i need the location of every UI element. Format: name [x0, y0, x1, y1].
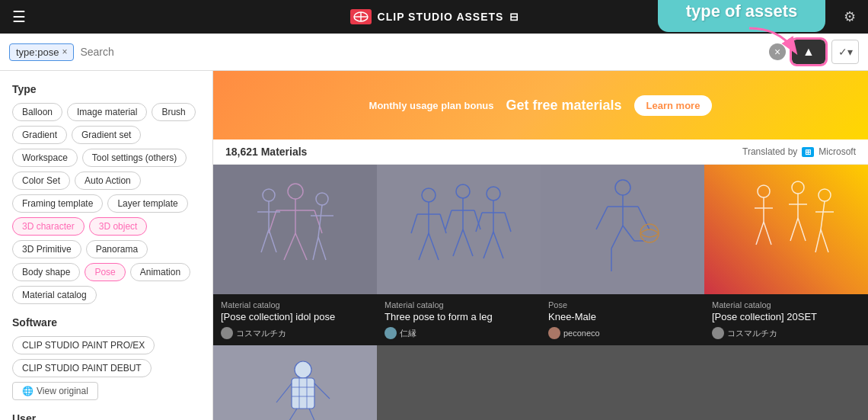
author-avatar [221, 327, 233, 339]
svg-point-10 [263, 189, 275, 201]
search-input[interactable] [80, 46, 763, 58]
material-card[interactable]: Pose Knee-Male peconeco [541, 165, 704, 345]
svg-line-76 [276, 383, 292, 402]
svg-line-6 [284, 233, 295, 260]
svg-line-38 [493, 232, 503, 258]
author-avatar [385, 327, 397, 339]
author-name: コスマルチカ [236, 328, 286, 339]
sidebar-filters: Type Balloon Image material Brush Gradie… [0, 71, 213, 420]
svg-point-3 [288, 184, 303, 199]
filter-3d-primitive[interactable]: 3D Primitive [12, 240, 81, 258]
check-dropdown-icon: ✓▾ [838, 46, 853, 58]
filter-auto-action[interactable]: Auto Action [75, 172, 141, 190]
svg-line-40 [505, 213, 511, 232]
svg-line-74 [309, 409, 318, 420]
material-card[interactable]: Material catalog Three pose to form a le… [377, 165, 541, 345]
author-avatar [712, 327, 724, 339]
software-filter-title: Software [12, 316, 200, 329]
logo-icon [350, 9, 372, 24]
svg-line-48 [596, 207, 608, 229]
material-card[interactable]: Material catalog [Pose collection] idol … [213, 165, 377, 345]
svg-line-72 [284, 409, 297, 420]
svg-line-31 [463, 229, 473, 256]
svg-line-23 [419, 233, 429, 260]
tag-close-icon[interactable]: × [62, 46, 67, 57]
bookmark-icon[interactable]: ⊟ [509, 11, 519, 23]
filter-3d-object[interactable]: 3D object [89, 217, 148, 236]
material-card[interactable]: Pose Girl Sitting 佳輪 Close [213, 345, 377, 420]
type-pose-tag[interactable]: type:pose × [9, 43, 74, 61]
svg-line-18 [313, 237, 318, 260]
svg-line-8 [269, 210, 276, 233]
author-name: コスマルチカ [727, 328, 777, 339]
filter-balloon[interactable]: Balloon [12, 103, 62, 121]
card-author: 仁縁 [385, 327, 533, 339]
svg-line-59 [790, 218, 798, 241]
search-options-button[interactable]: ✓▾ [831, 40, 859, 64]
filter-workspace[interactable]: Workspace [12, 149, 78, 167]
svg-point-66 [295, 361, 311, 378]
filter-animation[interactable]: Animation [130, 263, 190, 281]
banner-learn-more-button[interactable]: Learn more [634, 95, 713, 116]
card-author: コスマルチカ [221, 327, 369, 339]
svg-line-14 [269, 229, 276, 252]
content-area: Monthly usage plan bonus Get free materi… [213, 71, 868, 420]
svg-line-37 [483, 232, 493, 258]
author-avatar [548, 327, 560, 339]
filter-pro-ex[interactable]: CLIP STUDIO PAINT PRO/EX [12, 336, 155, 354]
author-name: 仁縁 [400, 328, 416, 339]
card-category: Material catalog [712, 300, 860, 309]
svg-line-24 [429, 233, 439, 260]
search-clear-button[interactable]: × [769, 43, 786, 60]
filter-pose[interactable]: Pose [85, 263, 125, 281]
view-original-button[interactable]: 🌐 View original [12, 382, 98, 400]
filter-gradient[interactable]: Gradient [12, 126, 67, 144]
svg-line-46 [623, 226, 634, 241]
svg-line-60 [798, 218, 806, 241]
filter-framing-template[interactable]: Framing template [12, 194, 103, 213]
filter-gradient-set[interactable]: Gradient set [72, 126, 141, 144]
type-filter-title: Type [12, 83, 200, 95]
menu-icon[interactable]: ☰ [12, 8, 26, 26]
filter-color-set[interactable]: Color Set [12, 172, 70, 190]
site-title: CLIP STUDIO ASSETS [378, 11, 504, 23]
filter-material-catalog[interactable]: Material catalog [12, 286, 97, 304]
svg-line-44 [611, 226, 623, 248]
svg-line-26 [440, 214, 446, 233]
user-filter-section: User Individual Corporation Official [12, 412, 200, 420]
svg-line-64 [815, 229, 821, 252]
card-thumbnail [213, 345, 377, 420]
card-name: Three pose to form a leg [385, 311, 533, 322]
banner-main-text: Get free materials [506, 98, 622, 114]
user-filter-title: User [12, 412, 200, 420]
settings-icon[interactable]: ⚙ [844, 8, 856, 25]
card-thumbnail [377, 165, 541, 294]
material-card[interactable]: Material catalog [Pose collection] 20SET… [704, 165, 868, 345]
search-bar: type:pose × × ▲ Click here and select th… [0, 34, 868, 71]
filter-brush[interactable]: Brush [152, 103, 195, 121]
svg-line-7 [295, 233, 307, 260]
svg-line-55 [764, 222, 771, 245]
filter-layer-template[interactable]: Layer template [107, 194, 187, 213]
filter-body-shape[interactable]: Body shape [12, 263, 80, 281]
search-toggle-button[interactable]: ▲ [792, 40, 825, 64]
filter-tool-settings[interactable]: Tool settings (others) [82, 149, 187, 167]
svg-point-61 [819, 189, 831, 201]
filter-3d-character[interactable]: 3D character [12, 217, 85, 236]
svg-line-54 [756, 222, 764, 245]
materials-grid: Material catalog [Pose collection] idol … [213, 165, 868, 420]
main-container: Type Balloon Image material Brush Gradie… [0, 71, 868, 420]
clear-icon: × [774, 46, 780, 58]
svg-point-20 [422, 188, 436, 202]
svg-point-15 [316, 193, 328, 205]
view-original-label: View original [37, 386, 88, 396]
filter-debut[interactable]: CLIP STUDIO PAINT DEBUT [12, 359, 152, 377]
filter-panorama[interactable]: Panorama [86, 240, 148, 258]
card-thumbnail [541, 165, 704, 294]
type-filter-section: Type Balloon Image material Brush Gradie… [12, 83, 200, 304]
svg-rect-67 [292, 378, 314, 409]
software-filter-tags: CLIP STUDIO PAINT PRO/EX CLIP STUDIO PAI… [12, 336, 200, 377]
card-name: Knee-Male [548, 311, 697, 322]
card-category: Material catalog [385, 300, 533, 309]
filter-image-material[interactable]: Image material [67, 103, 147, 121]
